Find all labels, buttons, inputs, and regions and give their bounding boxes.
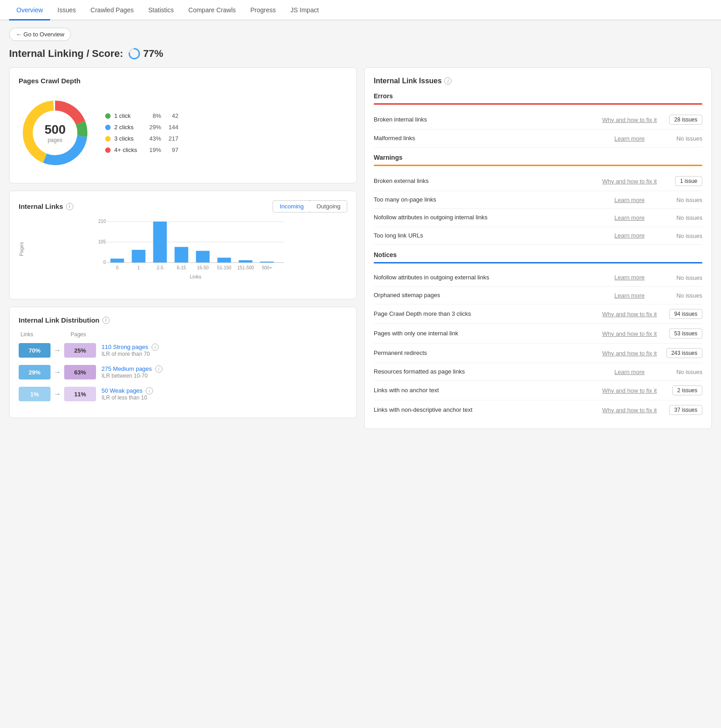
nav-bar: Overview Issues Crawled Pages Statistics… [0,0,721,20]
issue-badge-broken-external: 1 issue [661,176,702,186]
nav-item-compare-crawls[interactable]: Compare Crawls [181,0,243,20]
bar-1 [132,250,146,263]
legend-item-1click: 1 click 8% 42 [105,112,178,119]
divider-warnings [374,165,702,166]
issue-link-broken-internal[interactable]: Why and how to fix it [598,116,661,123]
back-button[interactable]: ← Go to Overview [9,28,71,41]
issue-badge-malformed: No issues [661,135,702,142]
bar-0 [111,258,124,263]
legend-dot-2clicks [105,125,111,130]
donut-container: 500 pages 1 click 8% 42 2 [19,92,347,174]
legend-dot-3clicks [105,136,111,142]
issue-row-nofollow-outgoing: Nofollow attributes in outgoing internal… [374,209,702,227]
donut-legend: 1 click 8% 42 2 clicks 29% 144 3 c [105,112,178,153]
issue-badge-no-anchor: 2 issues [661,385,702,395]
issue-badge-orphaned: No issues [661,292,702,299]
divider-errors [374,103,702,105]
section-label-notices: Notices [374,251,702,258]
issue-link-nofollow-external[interactable]: Learn more [598,274,661,281]
issue-badge-permanent-redirects: 243 issues [661,348,702,358]
legend-dot-4plus [105,147,111,153]
donut-center-label: pages [45,137,66,143]
bar-chart-wrapper: Pages 210 105 0 [19,217,347,290]
issues-title: Internal Link Issues i [374,77,702,85]
dist-arrow-medium: → [51,368,64,376]
internal-links-info-icon[interactable]: i [66,203,73,210]
issue-link-resources[interactable]: Learn more [598,369,661,375]
distribution-info-icon[interactable]: i [102,317,110,324]
nav-item-js-impact[interactable]: JS Impact [283,0,326,20]
dist-bar-strong-pages: 25% [64,343,96,358]
issue-row-nofollow-external: Nofollow attributes in outgoing external… [374,269,702,287]
bar-51-150 [218,258,231,263]
legend-item-2clicks: 2 clicks 29% 144 [105,124,178,131]
score-value: 77% [143,48,163,60]
bar-151-500 [239,260,253,263]
nav-item-progress[interactable]: Progress [243,0,283,20]
svg-text:210: 210 [98,219,106,224]
dist-col-headers: Links Pages [19,331,347,338]
issue-row-too-many: Too many on-page links Learn more No iss… [374,191,702,209]
tab-outgoing[interactable]: Outgoing [310,201,347,212]
issue-link-crawl-depth[interactable]: Why and how to fix it [598,311,661,318]
dist-link-medium[interactable]: 275 Medium pages [102,365,152,372]
issue-link-one-internal[interactable]: Why and how to fix it [598,330,661,337]
issue-row-no-anchor: Links with no anchor text Why and how to… [374,381,702,400]
dist-info-medium[interactable]: i [155,365,162,373]
dist-info-strong[interactable]: i [152,344,159,351]
bar-16-50 [196,251,210,263]
tab-incoming[interactable]: Incoming [273,200,310,212]
right-column: Internal Link Issues i Errors Broken int… [364,67,712,429]
svg-text:2-5: 2-5 [157,265,163,270]
issue-link-broken-external[interactable]: Why and how to fix it [598,178,661,185]
page-title-text: Internal Linking / Score: [9,48,123,60]
nav-item-issues[interactable]: Issues [50,0,83,20]
issue-badge-nofollow-outgoing: No issues [661,214,702,221]
issue-link-no-anchor[interactable]: Why and how to fix it [598,387,661,394]
issue-row-broken-internal: Broken internal links Why and how to fix… [374,110,702,130]
dist-info-weak[interactable]: i [146,387,153,394]
issue-row-resources: Resources formatted as page links Learn … [374,363,702,381]
dist-desc-medium: 275 Medium pages i ILR between 10-70 [96,365,347,379]
nav-item-overview[interactable]: Overview [9,0,50,20]
issue-badge-broken-internal: 28 issues [661,115,702,125]
issue-row-non-descriptive: Links with non-descriptive anchor text W… [374,400,702,420]
issue-link-malformed[interactable]: Learn more [598,135,661,142]
crawl-depth-title: Pages Crawl Depth [19,77,347,85]
dist-bar-strong-links: 70% [19,343,51,358]
dist-arrow-weak: → [51,390,64,398]
issue-badge-crawl-depth: 94 issues [661,309,702,319]
issue-row-long-urls: Too long link URLs Learn more No issues [374,227,702,245]
issue-link-orphaned[interactable]: Learn more [598,292,661,299]
issue-row-broken-external: Broken external links Why and how to fix… [374,172,702,191]
legend-item-4plus: 4+ clicks 19% 97 [105,147,178,153]
bar-2-5 [153,222,167,263]
dist-link-strong[interactable]: 110 Strong pages [102,344,148,350]
issue-badge-long-urls: No issues [661,232,702,239]
divider-notices [374,262,702,263]
bar-6-15 [175,247,188,263]
left-column: Pages Crawl Depth [9,67,357,425]
issue-link-too-many[interactable]: Learn more [598,197,661,203]
dist-row-strong: 70% → 25% 110 Strong pages i ILR of more… [19,343,347,358]
svg-text:16-50: 16-50 [197,265,209,270]
issue-link-non-descriptive[interactable]: Why and how to fix it [598,407,661,414]
score-ring-icon [128,47,141,60]
main-grid: Pages Crawl Depth [9,67,712,429]
issues-info-icon[interactable]: i [444,77,452,85]
dist-row-weak: 1% → 11% 50 Weak pages i ILR of less tha… [19,387,347,401]
dist-bar-medium-links: 29% [19,365,51,379]
issue-link-permanent-redirects[interactable]: Why and how to fix it [598,350,661,357]
issue-row-orphaned: Orphaned sitemap pages Learn more No iss… [374,287,702,304]
dist-link-weak[interactable]: 50 Weak pages [102,387,142,394]
issue-link-nofollow-outgoing[interactable]: Learn more [598,214,661,221]
section-label-warnings: Warnings [374,154,702,161]
nav-item-crawled-pages[interactable]: Crawled Pages [83,0,141,20]
page-title: Internal Linking / Score: 77% [9,47,712,60]
svg-text:105: 105 [98,239,106,244]
bar-chart-svg: 210 105 0 [35,217,347,290]
issue-link-long-urls[interactable]: Learn more [598,232,661,239]
nav-item-statistics[interactable]: Statistics [141,0,181,20]
svg-text:151-500: 151-500 [237,265,254,270]
issue-row-one-internal: Pages with only one internal link Why an… [374,324,702,344]
